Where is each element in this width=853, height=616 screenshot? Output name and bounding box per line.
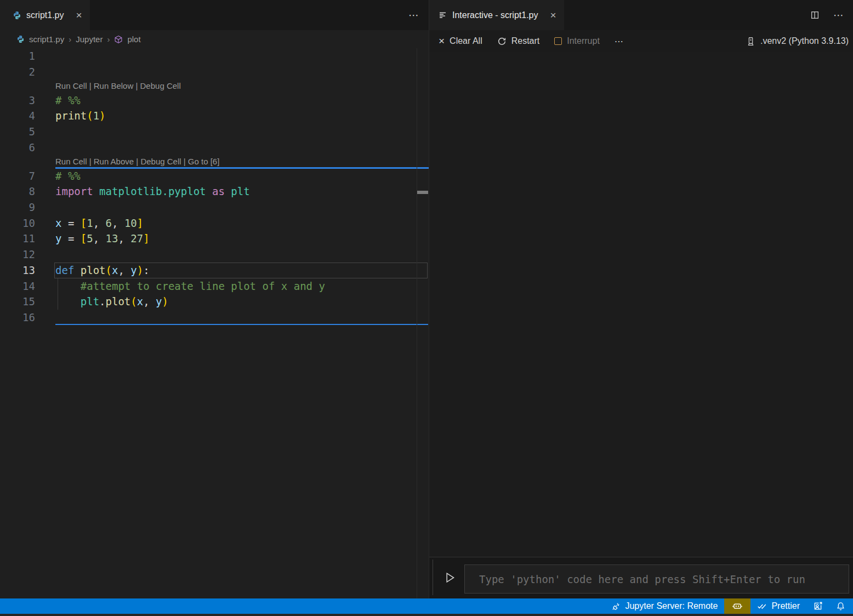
code-text: # %%	[55, 93, 81, 109]
code-text: x = [1, 6, 10]	[55, 215, 143, 231]
line-number: 10	[0, 215, 35, 231]
code-line[interactable]: 7# %%	[0, 168, 429, 184]
feedback-status[interactable]	[806, 598, 829, 614]
split-editor-icon[interactable]	[810, 10, 820, 20]
bell-icon	[836, 602, 845, 611]
jupyter-server-status[interactable]: Jupyter Server: Remote	[605, 598, 724, 614]
interactive-input-area	[429, 557, 853, 598]
copilot-status-item[interactable]	[724, 598, 750, 614]
status-bar: Jupyter Server: Remote Prettier	[0, 598, 853, 614]
line-number: 4	[0, 108, 35, 124]
line-number: 8	[0, 184, 35, 199]
remote-plug-icon	[611, 602, 621, 611]
feedback-person-icon	[813, 601, 823, 611]
python-icon	[16, 35, 25, 43]
interactive-window-icon	[439, 11, 447, 20]
line-number: 5	[0, 124, 35, 140]
toolbar-more-button[interactable]: ⋯	[615, 36, 623, 47]
code-line[interactable]: 2	[0, 64, 429, 80]
run-cell-icon[interactable]	[443, 571, 456, 585]
code-line[interactable]: 10x = [1, 6, 10]	[0, 215, 429, 231]
code-line[interactable]: 8import matplotlib.pyplot as plt	[0, 184, 429, 199]
code-editor[interactable]: 12Run Cell | Run Below | Debug Cell3# %%…	[0, 48, 429, 598]
symbol-method-icon	[114, 35, 123, 44]
codelens-cell-actions[interactable]: Run Cell | Run Above | Debug Cell | Go t…	[55, 155, 429, 168]
line-number: 9	[0, 199, 35, 215]
interrupt-button[interactable]: Interrupt	[554, 36, 600, 46]
more-actions-icon[interactable]: ⋯	[833, 9, 844, 21]
line-number: 11	[0, 231, 35, 247]
breadcrumb-separator: ›	[107, 35, 110, 44]
breadcrumb-symbol[interactable]: plot	[127, 35, 140, 44]
code-text: y = [5, 13, 27]	[55, 231, 150, 247]
code-line[interactable]: 6	[0, 140, 429, 156]
right-tab-bar: Interactive - script1.py × ⋯	[429, 0, 853, 30]
line-number: 6	[0, 140, 35, 156]
line-number: 16	[0, 310, 35, 326]
code-text: print(1)	[55, 108, 106, 124]
tab-label: script1.py	[26, 10, 64, 20]
clear-all-button[interactable]: × Clear All	[439, 36, 482, 46]
prettier-status[interactable]: Prettier	[750, 598, 806, 614]
code-line[interactable]: 13def plot(x, y):	[0, 263, 429, 278]
codelens-cell-actions[interactable]: Run Cell | Run Below | Debug Cell	[55, 79, 429, 92]
line-number: 13	[0, 263, 35, 278]
interactive-pane: Interactive - script1.py × ⋯ × Clear All…	[429, 0, 853, 598]
code-text: import matplotlib.pyplot as plt	[55, 184, 250, 199]
editor-more-actions-icon[interactable]: ⋯	[408, 9, 419, 21]
code-line[interactable]: 15 plt.plot(x, y)	[0, 294, 429, 310]
notifications-status[interactable]	[829, 598, 853, 614]
code-line[interactable]: 12	[0, 247, 429, 263]
code-line[interactable]: 4print(1)	[0, 108, 429, 124]
code-line[interactable]: 9	[0, 199, 429, 215]
breadcrumb: script1.py › Jupyter › plot	[0, 30, 429, 48]
code-text: # %%	[55, 168, 81, 184]
line-number: 1	[0, 48, 35, 64]
left-tab-bar: script1.py × ⋯	[0, 0, 429, 30]
python-icon	[13, 11, 21, 20]
code-input[interactable]	[464, 564, 849, 594]
kernel-icon	[746, 37, 755, 46]
interactive-toolbar: × Clear All Restart Interrupt ⋯ .venv	[429, 30, 853, 52]
breadcrumb-section[interactable]: Jupyter	[76, 35, 103, 44]
code-line[interactable]: 5	[0, 124, 429, 140]
code-text: #attempt to create line plot of x and y	[55, 278, 325, 294]
restart-icon	[497, 37, 507, 46]
overview-ruler-marker	[417, 191, 428, 194]
interrupt-icon	[554, 37, 562, 45]
line-number: 12	[0, 247, 35, 263]
code-line[interactable]: 14 #attempt to create line plot of x and…	[0, 278, 429, 294]
code-text: def plot(x, y):	[55, 263, 150, 278]
editor-pane: script1.py × ⋯ script1.py › Jupyter › pl…	[0, 0, 429, 598]
breadcrumb-file[interactable]: script1.py	[29, 35, 64, 44]
robot-icon	[732, 601, 742, 611]
line-number: 14	[0, 278, 35, 294]
tab-label: Interactive - script1.py	[452, 10, 538, 20]
workbench: script1.py × ⋯ script1.py › Jupyter › pl…	[0, 0, 853, 598]
clear-icon: ×	[439, 37, 445, 45]
tab-script1[interactable]: script1.py ×	[0, 0, 90, 30]
interactive-history	[429, 52, 853, 557]
tab-interactive[interactable]: Interactive - script1.py ×	[429, 0, 564, 30]
cell-focus-bar	[433, 560, 433, 595]
line-number: 7	[0, 168, 35, 184]
code-text: plt.plot(x, y)	[55, 294, 168, 310]
code-line[interactable]: 16	[0, 310, 429, 326]
close-tab-icon[interactable]: ×	[550, 10, 556, 20]
restart-button[interactable]: Restart	[497, 36, 540, 46]
code-line[interactable]: 11y = [5, 13, 27]	[0, 231, 429, 247]
window-bottom-edge	[0, 614, 853, 616]
close-tab-icon[interactable]: ×	[76, 10, 82, 20]
kernel-picker[interactable]: .venv2 (Python 3.9.13)	[746, 36, 849, 46]
double-check-icon	[757, 601, 767, 611]
scrollbar-edge	[417, 48, 417, 598]
code-line[interactable]: 3# %%	[0, 93, 429, 109]
line-number: 2	[0, 64, 35, 80]
code-line[interactable]: 1	[0, 48, 429, 64]
line-number: 15	[0, 294, 35, 310]
line-number: 3	[0, 93, 35, 109]
breadcrumb-separator: ›	[69, 35, 71, 44]
